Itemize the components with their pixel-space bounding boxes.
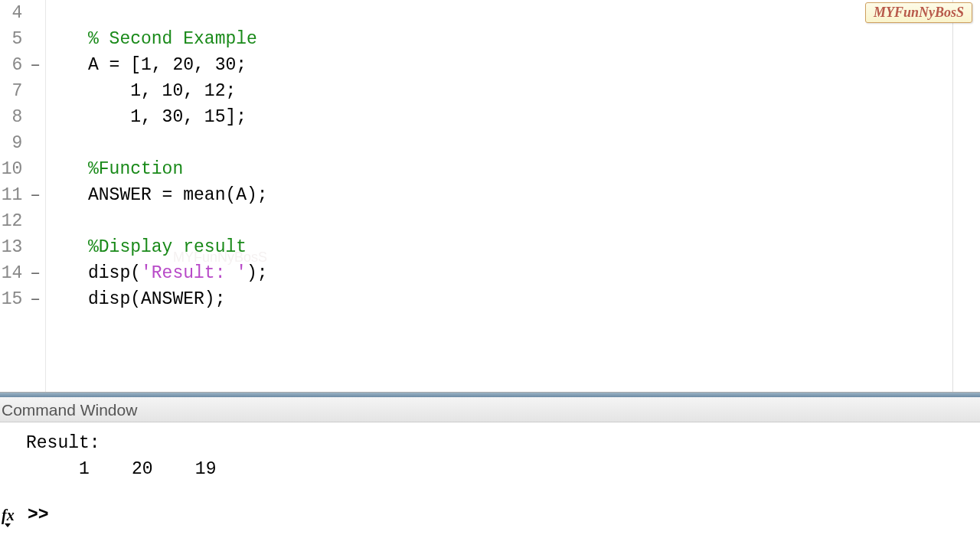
- pane-divider[interactable]: [0, 392, 980, 397]
- code-line[interactable]: 1, 10, 12;: [88, 78, 980, 104]
- line-number: 6–: [0, 52, 42, 78]
- code-body[interactable]: % Second Example A = [1, 20, 30; 1, 10, …: [46, 0, 980, 392]
- code-line[interactable]: %Function: [88, 156, 980, 182]
- line-number: 8: [0, 104, 42, 130]
- command-window-title: Command Window: [0, 397, 980, 422]
- fx-icon[interactable]: fx: [2, 507, 21, 524]
- line-number: 7: [0, 78, 42, 104]
- code-line[interactable]: [88, 208, 980, 234]
- code-line[interactable]: ANSWER = mean(A);: [88, 182, 980, 208]
- line-number: 14–: [0, 260, 42, 286]
- line-number: 15–: [0, 286, 42, 312]
- output-line: Result:: [26, 430, 980, 456]
- code-line[interactable]: disp(ANSWER);: [88, 286, 980, 312]
- line-number: 9: [0, 130, 42, 156]
- prompt-chevrons: >>: [28, 505, 49, 525]
- line-number: 5: [0, 26, 42, 52]
- command-prompt-row[interactable]: fx >>: [2, 505, 980, 525]
- line-number: 10: [0, 156, 42, 182]
- editor-area[interactable]: MYFunNyBosS MYFunNyBosS 4 5 6– 7 8 9 10 …: [0, 0, 980, 392]
- line-number: 4: [0, 0, 42, 26]
- code-line[interactable]: [88, 0, 980, 26]
- output-line: 1 20 19: [26, 456, 980, 482]
- code-line[interactable]: A = [1, 20, 30;: [88, 52, 980, 78]
- code-line[interactable]: [88, 130, 980, 156]
- line-number: 12: [0, 208, 42, 234]
- command-window-body[interactable]: Result: 1 20 19 fx >>: [0, 422, 980, 525]
- code-line[interactable]: 1, 30, 15];: [88, 104, 980, 130]
- line-number: 11–: [0, 182, 42, 208]
- code-line[interactable]: disp('Result: ');: [88, 260, 980, 286]
- code-line[interactable]: %Display result: [88, 234, 980, 260]
- editor-right-margin: [952, 0, 953, 392]
- code-line[interactable]: % Second Example: [88, 26, 980, 52]
- watermark-badge: MYFunNyBosS: [865, 2, 972, 23]
- line-number: 13: [0, 234, 42, 260]
- line-number-gutter: 4 5 6– 7 8 9 10 11– 12 13 14– 15–: [0, 0, 46, 392]
